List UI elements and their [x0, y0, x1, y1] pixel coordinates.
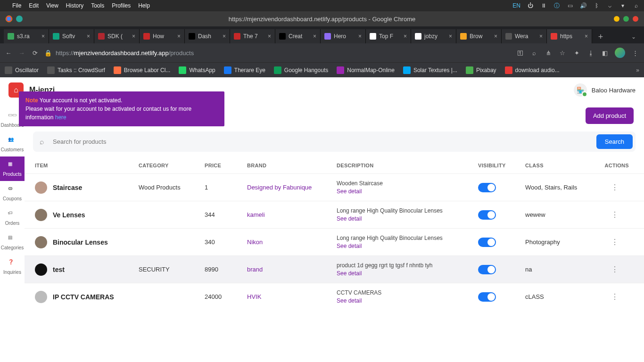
- profile-avatar[interactable]: [615, 48, 625, 58]
- search-icon[interactable]: ⌕: [633, 2, 639, 9]
- row-actions-button[interactable]: ⋮: [601, 238, 629, 247]
- new-tab-button[interactable]: +: [594, 30, 607, 43]
- menu-edit[interactable]: Edit: [29, 2, 39, 9]
- tab-close-icon[interactable]: ×: [87, 33, 90, 40]
- browser-tab[interactable]: The 7×: [230, 29, 275, 43]
- cell-brand[interactable]: Designed by Fabunique: [247, 184, 337, 191]
- browser-tab[interactable]: How×: [140, 29, 185, 43]
- bookmark-item[interactable]: download audio...: [505, 66, 560, 74]
- tab-close-icon[interactable]: ×: [223, 33, 226, 40]
- browser-tab[interactable]: Brow×: [456, 29, 502, 43]
- table-row[interactable]: IP CCTV CAMERAS 24000 HVIK CCTV CAMERASS…: [25, 283, 644, 310]
- visibility-toggle[interactable]: [478, 210, 496, 220]
- table-row[interactable]: Staircase Wood Products 1 Designed by Fa…: [25, 173, 644, 201]
- minimize-button[interactable]: [614, 16, 619, 22]
- bookmark-item[interactable]: Pixabay: [466, 66, 496, 74]
- menu-tools[interactable]: Tools: [91, 2, 104, 9]
- cell-brand[interactable]: Nikon: [247, 239, 337, 246]
- bluetooth-icon[interactable]: ᛒ: [593, 2, 600, 9]
- sidebar-item-customers[interactable]: 👥Customers: [0, 132, 25, 156]
- visibility-toggle[interactable]: [478, 183, 496, 192]
- reload-button[interactable]: ⟳: [31, 49, 39, 57]
- see-detail-link[interactable]: See detail: [337, 270, 478, 278]
- tab-close-icon[interactable]: ×: [494, 33, 497, 40]
- visibility-toggle[interactable]: [478, 265, 496, 274]
- browser-tab[interactable]: Dash×: [185, 29, 230, 43]
- add-product-button[interactable]: Add product: [586, 107, 634, 124]
- key-icon[interactable]: ⚿: [516, 49, 524, 57]
- see-detail-link[interactable]: See detail: [337, 188, 478, 196]
- see-detail-link[interactable]: See detail: [337, 242, 478, 250]
- power-icon[interactable]: ⏻: [527, 2, 534, 9]
- pause-icon[interactable]: ⏸: [540, 2, 547, 9]
- visibility-toggle[interactable]: [478, 238, 496, 247]
- clipboard-icon[interactable]: ▭: [567, 2, 573, 9]
- search-input[interactable]: [53, 134, 592, 149]
- bookmark-item[interactable]: Browse Labor Cl...: [114, 66, 171, 74]
- bookmark-item[interactable]: Google Hangouts: [274, 66, 328, 74]
- menu-profiles[interactable]: Profiles: [112, 2, 131, 9]
- sidebar-item-orders[interactable]: 🏷Orders: [0, 206, 25, 230]
- menu-help[interactable]: Help: [138, 2, 150, 9]
- tab-close-icon[interactable]: ×: [268, 33, 271, 40]
- browser-tab[interactable]: Softv×: [49, 29, 94, 43]
- browser-tab[interactable]: s3.ra×: [4, 29, 49, 43]
- browser-tab[interactable]: Top F×: [366, 29, 411, 43]
- back-button[interactable]: ←: [5, 49, 12, 57]
- menu-history[interactable]: History: [66, 2, 83, 9]
- tab-close-icon[interactable]: ×: [132, 33, 135, 40]
- zoom-icon[interactable]: ⌕: [530, 49, 538, 57]
- extensions-icon[interactable]: ✦: [572, 49, 581, 57]
- table-row[interactable]: Ve Lenses 344 kameli Long range High Qua…: [25, 201, 644, 228]
- table-row[interactable]: test SECURITY 8990 brand product 1d gegg…: [25, 255, 644, 283]
- sidebar-item-categories[interactable]: ▤Categories: [0, 230, 25, 255]
- cell-brand[interactable]: kameli: [247, 211, 337, 218]
- bookmark-item[interactable]: Oscillator: [5, 66, 39, 74]
- sidebar-item-products[interactable]: ▦Products: [0, 156, 25, 181]
- bookmark-item[interactable]: Solar Textures |...: [403, 66, 457, 74]
- bookmark-item[interactable]: Therare Eye: [224, 66, 265, 74]
- bookmark-item[interactable]: Tasks :: CrowdSurf: [47, 66, 105, 74]
- tab-close-icon[interactable]: ×: [539, 33, 543, 40]
- browser-tab[interactable]: SDK (×: [94, 29, 140, 43]
- tab-close-icon[interactable]: ×: [404, 33, 407, 40]
- bookmark-item[interactable]: WhatsApp: [179, 66, 215, 74]
- visibility-toggle[interactable]: [478, 292, 496, 302]
- menu-file[interactable]: File: [12, 2, 21, 9]
- info-icon[interactable]: ⓘ: [553, 2, 560, 9]
- share-icon[interactable]: ⋔: [544, 49, 553, 57]
- cell-brand[interactable]: HVIK: [247, 293, 337, 300]
- row-actions-button[interactable]: ⋮: [601, 292, 629, 301]
- see-detail-link[interactable]: See detail: [337, 297, 478, 305]
- tab-close-icon[interactable]: ×: [358, 33, 362, 40]
- maximize-button[interactable]: [623, 16, 629, 22]
- lang-indicator[interactable]: EN: [512, 2, 520, 9]
- browser-tab[interactable]: https×: [547, 29, 592, 43]
- tab-close-icon[interactable]: ×: [41, 33, 45, 40]
- browser-tab[interactable]: Creat×: [275, 29, 321, 43]
- sidebar-item-inquiries[interactable]: ❓Inquiries: [0, 255, 25, 279]
- tab-close-icon[interactable]: ×: [177, 33, 181, 40]
- row-actions-button[interactable]: ⋮: [601, 183, 629, 192]
- download-icon[interactable]: ⭳: [586, 49, 595, 57]
- menu-view[interactable]: View: [46, 2, 58, 9]
- bookmarks-overflow-icon[interactable]: »: [636, 67, 639, 74]
- notice-here-link[interactable]: here: [55, 114, 66, 121]
- menu-icon[interactable]: ⋮: [631, 49, 639, 57]
- forward-button[interactable]: →: [18, 49, 25, 57]
- sidebar-item-coupons[interactable]: 🎟Coupons: [0, 181, 25, 206]
- wifi-icon[interactable]: ⌵: [606, 2, 613, 9]
- browser-tab[interactable]: jobzy×: [411, 29, 456, 43]
- star-icon[interactable]: ☆: [558, 49, 567, 57]
- search-button[interactable]: Search: [596, 134, 633, 149]
- address-bar[interactable]: 🔒 https://mjenzivendordashboard.netlify.…: [44, 49, 510, 57]
- chevron-down-icon[interactable]: ▾: [619, 2, 626, 9]
- row-actions-button[interactable]: ⋮: [601, 210, 629, 219]
- browser-tab[interactable]: Wera×: [502, 29, 547, 43]
- tab-close-icon[interactable]: ×: [313, 33, 316, 40]
- cell-brand[interactable]: brand: [247, 266, 337, 273]
- store-badge[interactable]: 🏪 Baloo Hardware: [574, 83, 636, 97]
- tab-close-icon[interactable]: ×: [449, 33, 452, 40]
- table-row[interactable]: Binocular Lenses 340 Nikon Long range Hi…: [25, 228, 644, 255]
- browser-tab[interactable]: Hero×: [321, 29, 366, 43]
